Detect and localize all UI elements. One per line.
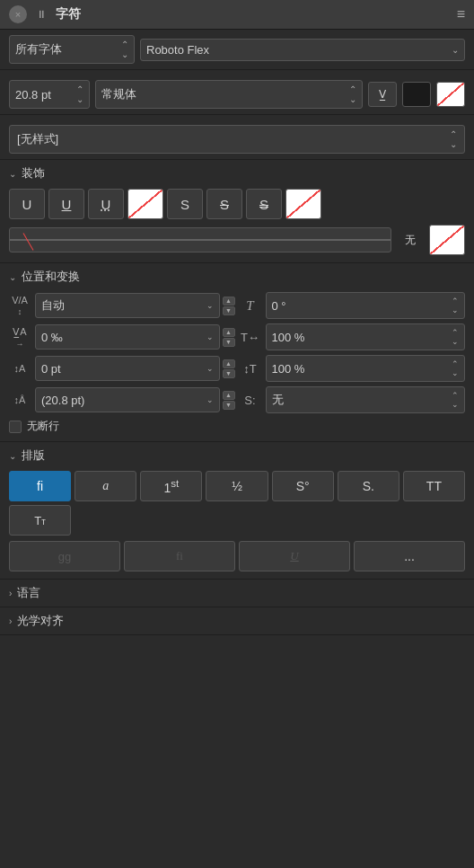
- italic-a-button[interactable]: a: [75, 471, 136, 501]
- baseline-select[interactable]: 0 pt ⌄: [35, 356, 220, 381]
- close-button[interactable]: ×: [9, 5, 27, 23]
- font-style-select[interactable]: 常规体 ⌃⌄: [95, 80, 363, 109]
- tracking-pos-icon: V/A↕: [9, 295, 31, 316]
- underline-normal-button[interactable]: U: [9, 189, 45, 219]
- pause-button[interactable]: ⏸: [34, 7, 48, 22]
- skew-select[interactable]: 无 ⌃⌄: [266, 386, 466, 413]
- typography-section-header[interactable]: ⌄ 排版: [0, 442, 474, 467]
- tracking-select[interactable]: 自动 ⌄: [35, 293, 220, 318]
- font-size-section: 20.8 pt ⌃⌄ 常规体 ⌃⌄ V̲: [0, 70, 474, 115]
- leading-row: ↕Â (20.8 pt) ⌄ ▲ ▼: [9, 386, 235, 413]
- font-category-select[interactable]: 所有字体 ⌃⌄: [9, 35, 135, 64]
- no-style-section: [无样式] ⌃⌄: [0, 115, 474, 160]
- tracking-icon[interactable]: V̲: [368, 82, 397, 107]
- text-color-slash-swatch[interactable]: [436, 82, 465, 107]
- fraction-button[interactable]: ½: [206, 471, 268, 501]
- menu-icon: ≡: [457, 6, 465, 22]
- tracking-up[interactable]: ▲: [223, 297, 235, 306]
- kerning-down[interactable]: ▼: [223, 338, 235, 347]
- strikethrough-button[interactable]: S: [206, 189, 242, 219]
- vertical-scale-select[interactable]: 100 % ⌃⌄: [266, 355, 466, 382]
- kerning-select[interactable]: 0 ‰ ⌄: [35, 324, 220, 350]
- leading-down[interactable]: ▼: [223, 401, 235, 410]
- skew-row: S: 无 ⌃⌄: [240, 386, 466, 413]
- rotation-icon: T: [240, 298, 261, 314]
- decoration-section-header[interactable]: ⌄ 装饰: [0, 160, 474, 185]
- rotation-select[interactable]: 0 ° ⌃⌄: [266, 292, 466, 319]
- decoration-label: 装饰: [22, 165, 45, 182]
- underline-color-slash[interactable]: [429, 225, 465, 255]
- vertical-scale-icon: ↕T: [240, 362, 261, 376]
- position-section: V/A↕ 自动 ⌄ ▲ ▼ T 0 ° ⌃⌄: [0, 288, 474, 442]
- kerning-spinners: ▲ ▼: [223, 328, 235, 347]
- leading-arrow: ⌄: [206, 395, 214, 404]
- cursive-button[interactable]: U: [239, 541, 350, 571]
- double-strikethrough-button[interactable]: S: [246, 189, 282, 219]
- font-family-select[interactable]: Roboto Flex ⌄: [140, 39, 465, 61]
- ordinal-button[interactable]: 1st: [140, 471, 202, 501]
- decoration-section: U U U S S S 无: [0, 185, 474, 263]
- no-break-checkbox[interactable]: [9, 421, 22, 433]
- typography-row2: gg fi U ...: [9, 541, 465, 571]
- no-style-arrow: ⌃⌄: [450, 129, 457, 149]
- baseline-up[interactable]: ▲: [223, 359, 235, 368]
- font-size-label: 20.8 pt: [15, 88, 51, 102]
- skew-arrow: ⌃⌄: [452, 391, 459, 409]
- typography-row1: fi a 1st ½ S° S. TT Tт: [9, 471, 465, 536]
- leading-select[interactable]: (20.8 pt) ⌄: [35, 387, 220, 412]
- underline-button[interactable]: U: [48, 189, 84, 219]
- double-strikethrough-icon: S: [259, 197, 268, 212]
- smallcaps-button[interactable]: Tт: [9, 505, 71, 536]
- swash-button[interactable]: S°: [272, 471, 334, 501]
- menu-button[interactable]: ≡: [457, 6, 465, 22]
- vertical-scale-value: 100 %: [272, 362, 305, 376]
- swash-icon: S°: [296, 479, 310, 493]
- strikethrough-s-button[interactable]: S: [167, 189, 203, 219]
- position-label: 位置和变换: [22, 269, 80, 285]
- color-slash-button-1[interactable]: [127, 189, 163, 219]
- allcaps-button[interactable]: TT: [403, 471, 465, 501]
- contextual-button[interactable]: gg: [9, 541, 120, 571]
- kerning-up[interactable]: ▲: [223, 328, 235, 337]
- underline-style-row: 无: [9, 225, 465, 255]
- language-section-header[interactable]: › 语言: [0, 580, 474, 607]
- horizontal-scale-row: T↔ 100 % ⌃⌄: [240, 323, 466, 350]
- pause-icon: ⏸: [36, 8, 47, 21]
- ligature-fi-button[interactable]: fi: [9, 471, 71, 501]
- leading-up[interactable]: ▲: [223, 391, 235, 400]
- color-slash-button-2[interactable]: [285, 189, 321, 219]
- tracking-field: 自动 ⌄ ▲ ▼: [35, 293, 235, 318]
- more-button[interactable]: ...: [354, 541, 465, 571]
- italic-a-icon: a: [102, 479, 109, 493]
- text-color-swatch[interactable]: [402, 82, 431, 107]
- discretionary-button[interactable]: fi: [124, 541, 235, 571]
- vertical-scale-arrow: ⌃⌄: [452, 359, 459, 377]
- typography-section: fi a 1st ½ S° S. TT Tт gg fi U: [0, 467, 474, 580]
- styleset-button[interactable]: S.: [338, 471, 399, 501]
- position-grid: V/A↕ 自动 ⌄ ▲ ▼ T 0 ° ⌃⌄: [9, 292, 465, 413]
- underline-dotted-button[interactable]: U: [88, 189, 124, 219]
- tracking-down[interactable]: ▼: [223, 306, 235, 315]
- underline-none-label: 无: [397, 233, 424, 248]
- horizontal-scale-field: 100 % ⌃⌄: [266, 323, 466, 350]
- leading-spinners: ▲ ▼: [223, 391, 235, 410]
- underline-normal-icon: U: [22, 197, 32, 212]
- allcaps-icon: TT: [426, 479, 442, 493]
- horizontal-scale-select[interactable]: 100 % ⌃⌄: [266, 323, 466, 350]
- baseline-arrow: ⌄: [206, 364, 214, 373]
- tracking-arrow: ⌄: [206, 301, 214, 310]
- font-size-select[interactable]: 20.8 pt ⌃⌄: [9, 80, 90, 109]
- horizontal-scale-value: 100 %: [272, 331, 305, 344]
- discretionary-icon: fi: [176, 549, 183, 563]
- baseline-down[interactable]: ▼: [223, 369, 235, 378]
- position-arrow: ⌄: [9, 272, 16, 282]
- rotation-value: 0 °: [272, 299, 286, 313]
- no-break-row: 无断行: [9, 419, 465, 434]
- optical-section-header[interactable]: › 光学对齐: [0, 607, 474, 635]
- underline-style-selector[interactable]: [9, 227, 391, 252]
- optical-arrow: ›: [9, 616, 12, 626]
- no-style-select[interactable]: [无样式] ⌃⌄: [9, 125, 465, 154]
- position-section-header[interactable]: ⌄ 位置和变换: [0, 263, 474, 288]
- kerning-arrow: ⌄: [206, 332, 214, 341]
- language-arrow: ›: [9, 589, 12, 598]
